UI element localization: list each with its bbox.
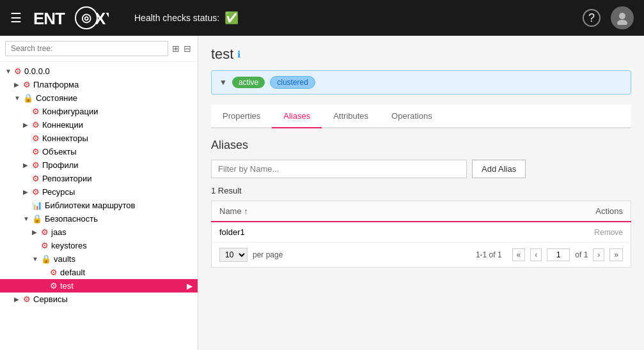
- table-row: folder1 Remove: [212, 222, 631, 243]
- prev-page-button[interactable]: ‹: [530, 248, 542, 261]
- cluster-icon: ⚙: [14, 66, 22, 76]
- collapse-all-icon[interactable]: ⊟: [182, 42, 192, 55]
- sidebar-item-objects[interactable]: ⚙ Объекты: [0, 145, 198, 158]
- content-area: test ℹ ▼ active clustered Properties Ali…: [198, 36, 644, 350]
- profiles-icon: ⚙: [32, 160, 40, 170]
- filter-input[interactable]: [211, 160, 467, 178]
- chevron-icon: ▼: [23, 215, 32, 222]
- objects-icon: ⚙: [32, 147, 40, 156]
- sidebar-item-label: Сервисы: [33, 294, 68, 304]
- sidebar-item-security[interactable]: ▼ 🔒 Безопасность: [0, 212, 198, 225]
- per-page-select[interactable]: 102550: [219, 248, 247, 262]
- sidebar-tree: ▼ ⚙ 0.0.0.0 ▶ ⚙ Платформа ▼ 🔒 Состояние …: [0, 62, 198, 350]
- chevron-icon: ▼: [5, 68, 14, 75]
- tab-properties[interactable]: Properties: [211, 105, 272, 128]
- config-icon: ⚙: [32, 107, 40, 116]
- health-label: Health checks status:: [134, 13, 219, 23]
- chevron-icon: ▼: [14, 95, 23, 102]
- sidebar-item-jaas[interactable]: ▶ ⚙ jaas: [0, 225, 198, 239]
- sidebar-item-default[interactable]: ⚙ default: [0, 266, 198, 279]
- aliases-table: Name ↑ Actions folder1 Remove: [211, 201, 631, 243]
- status-banner: ▼ active clustered: [211, 70, 631, 95]
- menu-icon[interactable]: ☰: [10, 10, 22, 26]
- chevron-icon: ▶: [23, 121, 32, 128]
- sidebar-item-services[interactable]: ▶ ⚙ Сервисы: [0, 293, 198, 306]
- last-page-button[interactable]: »: [609, 248, 623, 261]
- alias-name-cell: folder1: [212, 222, 421, 243]
- sidebar-item-keystores[interactable]: ⚙ keystores: [0, 239, 198, 252]
- jaas-icon: ⚙: [41, 227, 49, 237]
- sidebar-item-state[interactable]: ▼ 🔒 Состояние: [0, 91, 198, 105]
- results-count: 1 Result: [211, 186, 631, 195]
- alias-actions-cell: Remove: [421, 222, 631, 243]
- chevron-icon: ▼: [32, 255, 41, 262]
- page-of-label: of 1: [575, 250, 588, 259]
- sidebar-item-connectors[interactable]: ⚙ Коннекторы: [0, 132, 198, 145]
- sidebar-item-root[interactable]: ▼ ⚙ 0.0.0.0: [0, 65, 198, 78]
- svg-point-5: [617, 20, 627, 25]
- col-name-header[interactable]: Name ↑: [212, 201, 421, 222]
- repos-icon: ⚙: [32, 174, 40, 183]
- sidebar-item-repos[interactable]: ⚙ Репозитории: [0, 172, 198, 185]
- search-input[interactable]: [5, 41, 168, 56]
- health-check-icon: ✅: [224, 11, 239, 25]
- expand-all-icon[interactable]: ⊞: [171, 42, 181, 55]
- chevron-icon: ▶: [23, 162, 32, 169]
- sidebar-item-label: jaas: [51, 227, 67, 237]
- next-page-button[interactable]: ›: [593, 248, 604, 261]
- sidebar: ⊞ ⊟ ▼ ⚙ 0.0.0.0 ▶ ⚙ Платформа ▼ 🔒 Состоя…: [0, 36, 198, 350]
- add-alias-button[interactable]: Add Alias: [472, 160, 526, 178]
- resources-icon: ⚙: [32, 187, 40, 197]
- sidebar-item-label: Состояние: [36, 93, 77, 103]
- connectors-icon: ⚙: [32, 133, 40, 143]
- info-icon[interactable]: ℹ: [237, 49, 240, 59]
- chevron-icon: ▶: [14, 81, 23, 88]
- page-number-input[interactable]: [547, 248, 570, 261]
- sidebar-item-label: keystores: [51, 241, 87, 250]
- sidebar-item-platform[interactable]: ▶ ⚙ Платформа: [0, 78, 198, 91]
- lock-icon: 🔒: [23, 93, 33, 103]
- sidebar-item-label: default: [60, 268, 85, 277]
- sidebar-item-label: Библиотеки маршрутов: [45, 201, 135, 210]
- sidebar-item-configs[interactable]: ⚙ Конфигурации: [0, 105, 198, 118]
- sidebar-item-test[interactable]: ⚙ test ▶: [0, 279, 198, 293]
- col-actions-header: Actions: [421, 201, 631, 222]
- sidebar-item-label: Объекты: [42, 147, 77, 156]
- help-icon[interactable]: ?: [583, 9, 601, 27]
- sidebar-search-bar: ⊞ ⊟: [0, 36, 198, 62]
- tab-aliases[interactable]: Aliases: [272, 105, 322, 128]
- platform-icon: ⚙: [23, 80, 31, 89]
- header: ☰ ENT ◎ XY Health checks status: ✅ ?: [0, 0, 644, 36]
- remove-button[interactable]: Remove: [594, 228, 623, 237]
- svg-text:◎: ◎: [81, 11, 91, 24]
- chevron-icon: ▶: [23, 188, 32, 195]
- first-page-button[interactable]: «: [512, 248, 526, 261]
- sidebar-item-resources[interactable]: ▶ ⚙ Ресурсы: [0, 185, 198, 199]
- aliases-section: Aliases Add Alias 1 Result Name ↑ Action…: [211, 139, 631, 268]
- status-clustered-badge: clustered: [270, 76, 315, 89]
- tabs-bar: Properties Aliases Attributes Operations: [211, 105, 631, 128]
- sidebar-item-profiles[interactable]: ▶ ⚙ Профили: [0, 158, 198, 172]
- banner-chevron-icon[interactable]: ▼: [219, 78, 227, 87]
- per-page-label: per page: [253, 250, 283, 259]
- health-status: Health checks status: ✅: [134, 11, 239, 25]
- connections-icon: ⚙: [32, 120, 40, 130]
- logo: ENT ◎ XY: [32, 5, 109, 31]
- sidebar-item-connections[interactable]: ▶ ⚙ Коннекции: [0, 118, 198, 132]
- status-active-badge: active: [232, 77, 265, 88]
- tab-operations[interactable]: Operations: [380, 105, 444, 128]
- tab-attributes[interactable]: Attributes: [322, 105, 380, 128]
- pagination-bar: 102550 per page 1-1 of 1 « ‹ of 1 › »: [211, 243, 631, 268]
- vaults-icon: 🔒: [41, 254, 51, 264]
- sidebar-item-label: Репозитории: [42, 174, 91, 183]
- chevron-icon: ▶: [32, 229, 41, 236]
- page-title: test: [211, 46, 233, 63]
- table-header-row: Name ↑ Actions: [212, 201, 631, 222]
- avatar[interactable]: [611, 6, 634, 29]
- sidebar-item-vaults[interactable]: ▼ 🔒 vaults: [0, 252, 198, 266]
- svg-text:ENT: ENT: [33, 9, 65, 28]
- sidebar-item-label: 0.0.0.0: [24, 66, 50, 76]
- chevron-icon: ▶: [14, 296, 23, 303]
- sidebar-item-libs[interactable]: 📊 Библиотеки маршрутов: [0, 199, 198, 212]
- page-range-label: 1-1 of 1: [476, 250, 502, 259]
